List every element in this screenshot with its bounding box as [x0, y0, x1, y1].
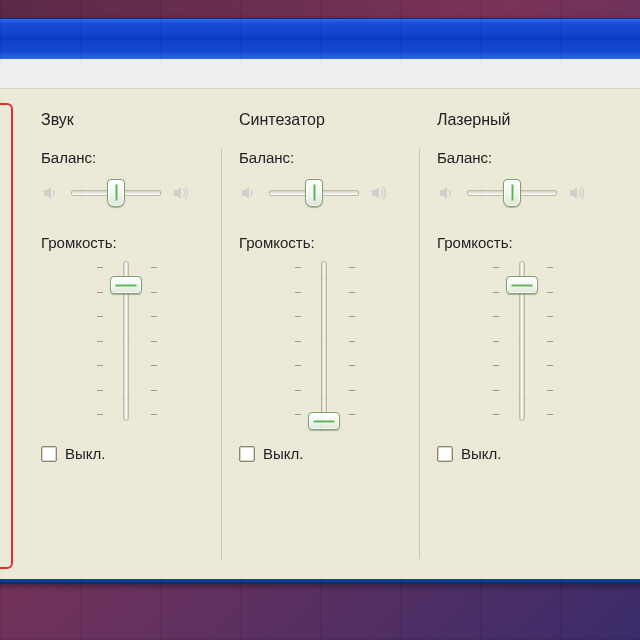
volume-slider[interactable]: [317, 261, 331, 421]
channel-lazernyy: Лазерный Баланс: Гро: [419, 103, 617, 569]
balance-control: [437, 176, 607, 210]
channels-row: Звук Баланс: Громкос: [13, 103, 631, 569]
balance-slider-thumb[interactable]: [107, 179, 125, 207]
mute-toggle[interactable]: Выкл.: [437, 445, 607, 462]
mute-checkbox[interactable]: [437, 446, 453, 462]
volume-slider-thumb[interactable]: [308, 412, 340, 430]
balance-label: Баланс:: [437, 149, 607, 166]
mute-checkbox[interactable]: [239, 446, 255, 462]
volume-label: Громкость:: [239, 234, 409, 251]
balance-control: [41, 176, 211, 210]
speaker-right-icon: [369, 183, 389, 203]
balance-slider-thumb[interactable]: [503, 179, 521, 207]
speaker-left-icon: [41, 183, 61, 203]
speaker-right-icon: [171, 183, 191, 203]
channel-title: Лазерный: [437, 111, 607, 129]
balance-label: Баланс:: [41, 149, 211, 166]
window-bottom-frame: [0, 579, 640, 583]
balance-label: Баланс:: [239, 149, 409, 166]
mute-label: Выкл.: [263, 445, 303, 462]
volume-label: Громкость:: [41, 234, 211, 251]
balance-slider-thumb[interactable]: [305, 179, 323, 207]
mute-toggle[interactable]: Выкл.: [239, 445, 409, 462]
channel-title: Синтезатор: [239, 111, 409, 129]
speaker-right-icon: [567, 183, 587, 203]
mute-label: Выкл.: [461, 445, 501, 462]
volume-slider[interactable]: [515, 261, 529, 421]
menubar[interactable]: ка: [0, 59, 640, 89]
window-body: Звук Баланс: Громкос: [0, 89, 640, 583]
volume-slider-thumb[interactable]: [506, 276, 538, 294]
balance-slider[interactable]: [467, 190, 557, 196]
master-channel-outline: [0, 103, 13, 569]
channel-title: Звук: [41, 111, 211, 129]
balance-control: [239, 176, 409, 210]
speaker-left-icon: [437, 183, 457, 203]
volume-slider[interactable]: [119, 261, 133, 421]
mute-toggle[interactable]: Выкл.: [41, 445, 211, 462]
channel-sintezator: Синтезатор Баланс: Г: [221, 103, 419, 569]
balance-slider[interactable]: [269, 190, 359, 196]
volume-label: Громкость:: [437, 234, 607, 251]
balance-slider[interactable]: [71, 190, 161, 196]
volume-control-window: сть ка Звук Баланс:: [0, 18, 640, 584]
speaker-left-icon: [239, 183, 259, 203]
volume-slider-thumb[interactable]: [110, 276, 142, 294]
titlebar[interactable]: сть: [0, 19, 640, 59]
mute-checkbox[interactable]: [41, 446, 57, 462]
channel-zvuk: Звук Баланс: Громкос: [23, 103, 221, 569]
desktop-backdrop: сть ка Звук Баланс:: [0, 0, 640, 640]
mute-label: Выкл.: [65, 445, 105, 462]
